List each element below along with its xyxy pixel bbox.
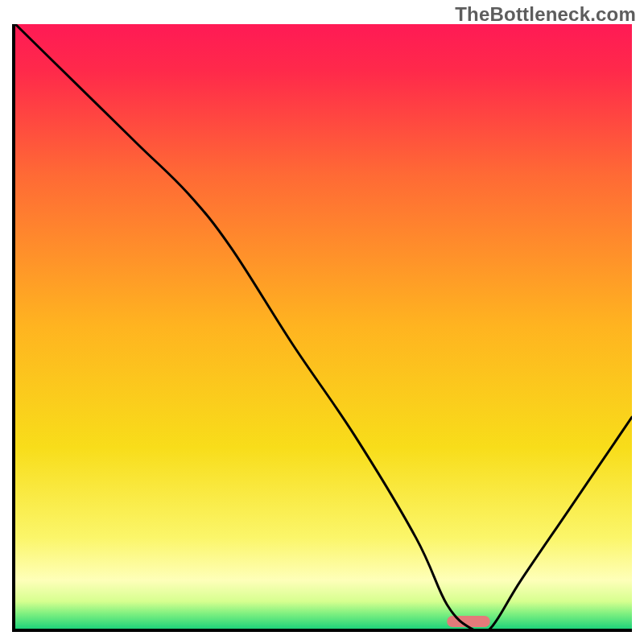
watermark-text: TheBottleneck.com xyxy=(455,3,636,26)
optimal-range-marker xyxy=(447,616,490,627)
chart-svg xyxy=(15,24,632,629)
chart-frame: TheBottleneck.com xyxy=(0,0,644,644)
plot-area xyxy=(12,24,632,632)
marker-band xyxy=(447,616,490,627)
